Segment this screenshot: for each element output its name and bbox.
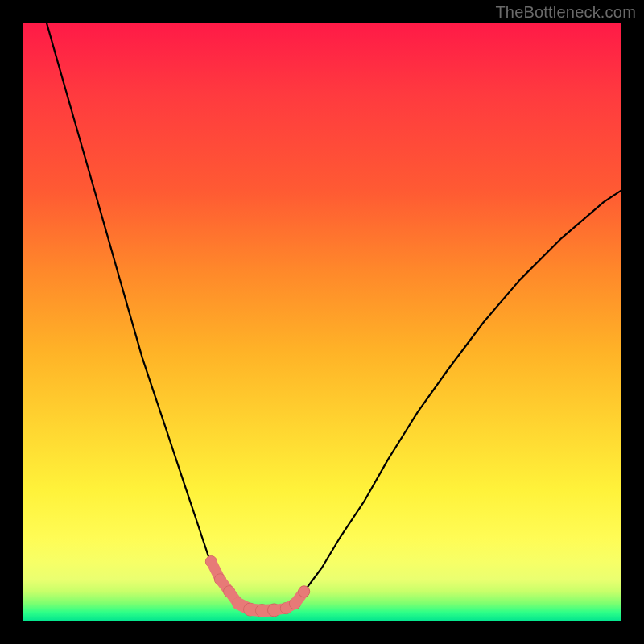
bottleneck-curve: [47, 23, 621, 611]
marker-group: [205, 556, 309, 617]
curve-layer: [23, 23, 621, 621]
chart-frame: TheBottleneck.com: [0, 0, 644, 644]
marker-dot: [299, 586, 310, 597]
watermark-text: TheBottleneck.com: [495, 3, 636, 22]
plot-area: [23, 23, 621, 621]
